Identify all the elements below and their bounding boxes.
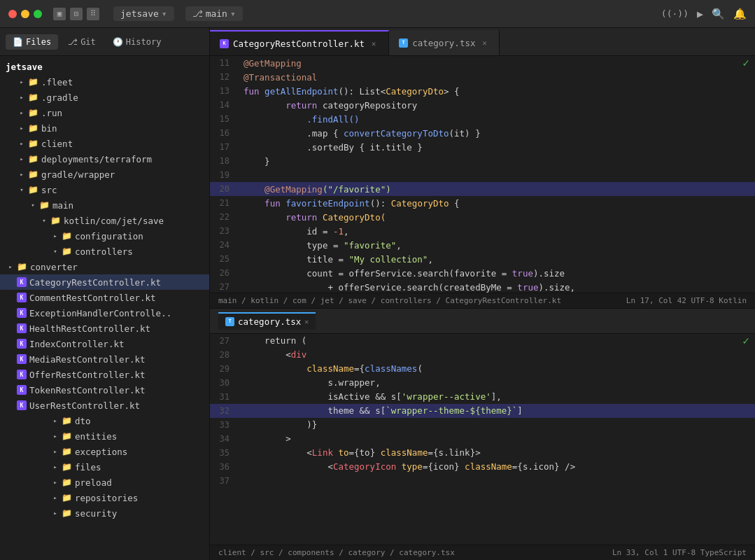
tree-item[interactable]: 📁deployments/terraform — [0, 151, 209, 167]
line-content: fun favoriteEndpoint(): CategoryDto { — [238, 196, 734, 210]
folder-label: entities — [75, 431, 117, 442]
broadcast-icon[interactable]: ((·)) — [661, 8, 689, 19]
grid-icon[interactable]: ⠿ — [87, 8, 99, 20]
kt-file-label: OfferRestController.kt — [29, 370, 146, 380]
check-col — [734, 70, 755, 84]
tab-category-tsx[interactable]: T category.tsx ✕ — [389, 30, 500, 55]
tab-category-rest-controller[interactable]: K CategoryRestController.kt ✕ — [210, 30, 389, 55]
line-number: 17 — [210, 140, 238, 154]
tree-item[interactable]: 📁main — [0, 197, 209, 213]
bottom-tab-close-icon[interactable]: ✕ — [304, 318, 309, 326]
tree-item[interactable]: 📁entities — [0, 428, 209, 444]
tab-close-icon[interactable]: ✕ — [369, 38, 379, 48]
folder-label: repositories — [75, 493, 138, 503]
folder-label: exceptions — [75, 447, 127, 457]
tree-item[interactable]: KIndexController.kt — [0, 336, 209, 351]
check-col — [734, 196, 755, 210]
tree-item[interactable]: KTokenRestController.kt — [0, 382, 209, 398]
tree-item[interactable]: 📁configuration — [0, 228, 209, 244]
line-content: theme && s[`wrapper--theme-${theme}`] — [238, 404, 734, 418]
folder-label: gradle/wrapper — [41, 169, 115, 180]
git-icon: ⎇ — [68, 37, 78, 47]
tree-item[interactable]: KCategoryRestController.kt — [0, 274, 209, 290]
tree-item[interactable]: 📁security — [0, 505, 209, 521]
folder-label: kotlin/com/jet/save — [64, 216, 164, 226]
tree-item[interactable]: KHealthRestController.kt — [0, 321, 209, 336]
folder-arrow-icon — [50, 493, 60, 503]
bell-icon[interactable]: 🔔 — [733, 8, 747, 20]
line-content: title = "My collection", — [238, 252, 734, 266]
search-icon[interactable]: 🔍 — [712, 8, 725, 20]
tree-item[interactable]: 📁src — [0, 182, 209, 197]
status-right-bottom-text: Ln 33, Col 1 UTF-8 TypeScript — [612, 548, 747, 557]
status-path-text: main / kotlin / com / jet / save / contr… — [218, 296, 561, 305]
tree-item[interactable]: jetsave — [0, 59, 209, 74]
kt-file-icon: K — [17, 354, 27, 364]
tree-item[interactable]: 📁bin — [0, 120, 209, 136]
check-col — [734, 154, 755, 168]
file-indent-spacer — [6, 370, 15, 379]
tree-item[interactable]: 📁dto — [0, 413, 209, 428]
sidebar-tab-files[interactable]: 📄 Files — [6, 34, 58, 50]
tab-tsx-close-icon[interactable]: ✕ — [479, 38, 489, 48]
tree-item[interactable]: 📁preload — [0, 475, 209, 490]
sidebar-tab-git[interactable]: ⎇ Git — [61, 34, 103, 50]
tree-item[interactable]: 📁exceptions — [0, 444, 209, 459]
line-content: count = offerService.search(favorite = t… — [238, 266, 734, 280]
project-name[interactable]: jetsave ▾ — [113, 6, 174, 21]
tree-item[interactable]: 📁gradle/wrapper — [0, 167, 209, 182]
split-view-icon[interactable]: ⊡ — [70, 8, 83, 20]
tree-item[interactable]: 📁.run — [0, 105, 209, 120]
project-root-label: jetsave — [6, 62, 43, 72]
minimize-button[interactable] — [21, 10, 29, 18]
check-col — [734, 348, 755, 362]
run-icon[interactable]: ▶ — [697, 8, 703, 20]
maximize-button[interactable] — [34, 10, 42, 18]
tree-item[interactable]: KMediaRestController.kt — [0, 351, 209, 367]
table-row: 36 <CategoryIcon type={icon} className={… — [210, 460, 755, 474]
table-row: 11@GetMapping✓ — [210, 56, 755, 70]
tree-item[interactable]: KExceptionHandlerControlle.. — [0, 305, 209, 321]
check-col — [734, 252, 755, 266]
sidebar-toggle-icon[interactable]: ▣ — [53, 8, 66, 20]
check-mark-icon: ✓ — [742, 56, 749, 69]
folder-arrow-icon — [50, 462, 60, 472]
line-content: return CategoryDto( — [238, 210, 734, 224]
line-content: } — [238, 154, 734, 168]
file-indent-spacer — [6, 308, 15, 318]
tree-item[interactable]: 📁converter — [0, 259, 209, 274]
folder-icon: 📁 — [62, 231, 72, 241]
tree-item[interactable]: 📁kotlin/com/jet/save — [0, 213, 209, 228]
tree-item[interactable]: 📁controllers — [0, 244, 209, 259]
bottom-panel-tab[interactable]: T category.tsx ✕ — [218, 312, 316, 330]
check-col — [734, 432, 755, 446]
tree-item[interactable]: KUserRestController.kt — [0, 398, 209, 413]
tree-item[interactable]: 📁.fleet — [0, 74, 209, 90]
status-bar-top: main / kotlin / com / jet / save / contr… — [210, 293, 755, 308]
line-content: className={classNames( — [238, 362, 734, 376]
history-label: History — [126, 37, 162, 47]
folder-arrow-icon — [39, 216, 49, 225]
sidebar-tab-history[interactable]: 🕐 History — [106, 34, 169, 50]
status-path-top: main / kotlin / com / jet / save / contr… — [218, 296, 561, 305]
folder-icon: 📁 — [28, 154, 38, 164]
code-scroll-top[interactable]: 11@GetMapping✓12@Transactional13fun getA… — [210, 56, 755, 293]
folder-arrow-icon — [17, 108, 27, 118]
tree-item[interactable]: 📁.gradle — [0, 90, 209, 105]
line-number: 34 — [210, 432, 238, 446]
folder-label: preload — [75, 477, 112, 488]
tree-item[interactable]: 📁client — [0, 136, 209, 151]
tree-item[interactable]: 📁repositories — [0, 490, 209, 505]
table-row: 16 .map { convertCategoryToDto(it) } — [210, 126, 755, 140]
table-row: 23 id = -1, — [210, 224, 755, 238]
tree-item[interactable]: 📁files — [0, 459, 209, 475]
folder-label: .fleet — [41, 77, 73, 88]
branch-selector[interactable]: ⎇ main ▾ — [185, 6, 243, 21]
line-number: 11 — [210, 56, 238, 70]
close-button[interactable] — [8, 10, 17, 18]
line-number: 12 — [210, 70, 238, 84]
tree-item[interactable]: KOfferRestController.kt — [0, 367, 209, 382]
bottom-tsx-icon: T — [225, 317, 234, 326]
code-scroll-bottom[interactable]: 27 return (✓28 <div29 className={classNa… — [210, 334, 755, 545]
tree-item[interactable]: KCommentRestController.kt — [0, 290, 209, 305]
